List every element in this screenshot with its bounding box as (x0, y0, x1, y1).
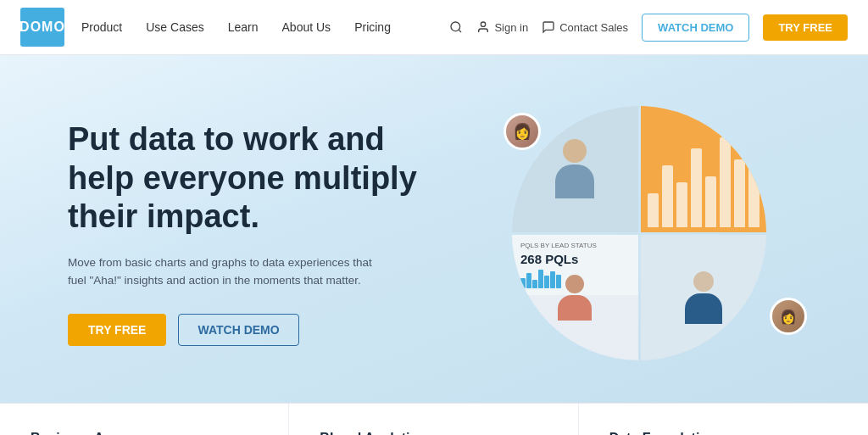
sign-in-button[interactable]: Sign in (476, 20, 528, 34)
person-body-q4 (685, 293, 722, 324)
feature-card-data-foundation: Data Foundation Build data experiences o… (579, 404, 868, 435)
nav-item-product[interactable]: Product (81, 20, 122, 34)
quadrant-person-woman (641, 235, 767, 361)
feature-title-2: Data Foundation (609, 431, 837, 435)
user-icon (476, 20, 490, 34)
hero-circle: PQLS BY LEAD STATUS 268 PQLs (512, 106, 766, 360)
bar-3 (676, 182, 687, 227)
bar-7 (734, 159, 745, 227)
watch-demo-hero-button[interactable]: WATCH DEMO (178, 314, 298, 346)
hero-subtext: Move from basic charts and graphs to dat… (68, 254, 390, 290)
person-head-q4 (693, 271, 714, 292)
hero-text: Put data to work and help everyone multi… (68, 120, 458, 346)
feature-title-1: BI and Analytics (320, 431, 547, 435)
contact-sales-label: Contact Sales (559, 21, 628, 34)
nav-item-pricing[interactable]: Pricing (354, 20, 391, 34)
avatar-small-bottom: 👩 (770, 298, 807, 335)
quadrant-bar-chart (641, 106, 767, 232)
watch-demo-nav-button[interactable]: WATCH DEMO (642, 14, 749, 42)
try-free-hero-button[interactable]: TRY FREE (68, 314, 166, 346)
svg-point-0 (451, 22, 460, 31)
bar-1 (648, 193, 659, 227)
person-head-q3 (565, 275, 584, 293)
svg-point-2 (481, 22, 486, 26)
feature-card-business-apps: Business Apps Make better, faster decisi… (0, 404, 289, 435)
hero-visual: 👩 (512, 106, 800, 360)
bar-6 (720, 137, 731, 227)
nav-right: Sign in Contact Sales WATCH DEMO TRY FRE… (449, 14, 848, 42)
nav-links: Product Use Cases Learn About Us Pricing (81, 20, 449, 34)
logo[interactable]: DOMO (20, 8, 64, 47)
contact-sales-button[interactable]: Contact Sales (542, 20, 628, 34)
features-section: Business Apps Make better, faster decisi… (0, 403, 868, 435)
hero-headline: Put data to work and help everyone multi… (68, 120, 458, 237)
person-head-q1 (563, 139, 587, 163)
chat-icon (542, 20, 555, 34)
sign-in-label: Sign in (494, 21, 528, 34)
hero-buttons: TRY FREE WATCH DEMO (68, 314, 458, 346)
navbar: DOMO Product Use Cases Learn About Us Pr… (0, 0, 868, 55)
quadrant-person-tablet (512, 106, 638, 232)
search-icon (449, 20, 463, 34)
feature-title-0: Business Apps (31, 431, 258, 435)
svg-line-1 (459, 30, 462, 32)
nav-item-use-cases[interactable]: Use Cases (146, 20, 203, 34)
quadrant-analytics: PQLS BY LEAD STATUS 268 PQLs (512, 235, 638, 361)
bar-chart-visual (641, 106, 767, 232)
nav-item-learn[interactable]: Learn (228, 20, 259, 34)
bar-5 (705, 176, 716, 227)
hero-section: Put data to work and help everyone multi… (0, 55, 868, 403)
logo-text: DOMO (19, 20, 65, 35)
bar-2 (662, 165, 673, 227)
bar-4 (691, 148, 702, 227)
nav-item-about-us[interactable]: About Us (282, 20, 331, 34)
person-body-q1 (555, 165, 594, 198)
try-free-nav-button[interactable]: TRY FREE (763, 14, 848, 41)
person-body-q3 (558, 295, 592, 321)
bar-8 (748, 125, 760, 226)
search-button[interactable] (449, 20, 463, 34)
feature-card-bi-analytics: BI and Analytics Use intuitive dashboard… (289, 404, 578, 435)
